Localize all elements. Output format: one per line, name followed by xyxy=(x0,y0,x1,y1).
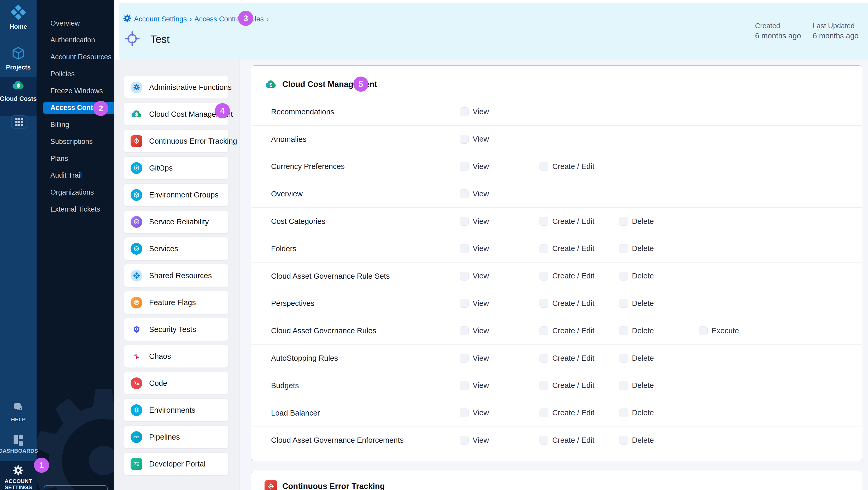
rail-item-home[interactable]: Home xyxy=(0,5,36,30)
resource-card-shared-resources[interactable]: Shared Resources xyxy=(124,264,228,287)
delete-checkbox[interactable] xyxy=(619,217,628,226)
sidebar-item-freeze-windows[interactable]: Freeze Windows xyxy=(36,85,114,97)
view-checkbox[interactable] xyxy=(460,381,469,390)
view-checkbox[interactable] xyxy=(460,408,469,418)
resource-card-code[interactable]: Code xyxy=(124,372,228,395)
create-checkbox[interactable] xyxy=(539,162,548,171)
view-permission-cell[interactable]: View xyxy=(460,217,489,226)
sidebar-bottom-button[interactable] xyxy=(44,485,107,490)
resource-card-pipelines[interactable]: Pipelines xyxy=(124,426,228,449)
delete-permission-cell[interactable]: Delete xyxy=(619,408,654,418)
delete-permission-cell[interactable]: Delete xyxy=(619,354,654,363)
sidebar-item-authentication[interactable]: Authentication xyxy=(36,34,114,46)
sidebar-item-policies[interactable]: Policies xyxy=(36,68,114,80)
view-permission-cell[interactable]: View xyxy=(460,381,489,390)
resource-card-feature-flags[interactable]: Feature Flags xyxy=(124,291,228,314)
view-permission-cell[interactable]: View xyxy=(460,189,489,198)
delete-checkbox[interactable] xyxy=(619,299,628,308)
create-permission-cell[interactable]: Create / Edit xyxy=(539,354,594,363)
view-checkbox[interactable] xyxy=(460,217,469,226)
sidebar-item-subscriptions[interactable]: Subscriptions xyxy=(36,136,114,147)
create-permission-cell[interactable]: Create / Edit xyxy=(539,244,594,253)
delete-permission-cell[interactable]: Delete xyxy=(619,217,654,226)
resource-card-services[interactable]: Services xyxy=(124,237,228,260)
module-picker-button[interactable] xyxy=(11,116,27,128)
delete-permission-cell[interactable]: Delete xyxy=(619,244,654,253)
view-permission-cell[interactable]: View xyxy=(460,108,489,116)
view-checkbox[interactable] xyxy=(460,436,469,445)
view-checkbox[interactable] xyxy=(460,272,469,280)
execute-checkbox[interactable] xyxy=(699,326,708,335)
create-permission-cell[interactable]: Create / Edit xyxy=(539,217,594,226)
breadcrumb-access-control-roles[interactable]: Access Control: Roles xyxy=(194,15,264,23)
resource-card-security-tests[interactable]: Security Tests xyxy=(124,318,228,341)
rail-item-dashboards[interactable]: DASHBOARDS xyxy=(0,435,36,454)
create-checkbox[interactable] xyxy=(539,272,548,280)
delete-checkbox[interactable] xyxy=(619,408,628,418)
sidebar-item-external-tickets[interactable]: External Tickets xyxy=(36,204,114,215)
view-checkbox[interactable] xyxy=(460,244,469,253)
view-checkbox[interactable] xyxy=(460,354,469,363)
create-permission-cell[interactable]: Create / Edit xyxy=(539,381,594,390)
rail-item-help[interactable]: ? HELP xyxy=(0,402,36,423)
create-checkbox[interactable] xyxy=(539,217,548,226)
resource-card-environment-groups[interactable]: Environment Groups xyxy=(124,183,228,206)
create-permission-cell[interactable]: Create / Edit xyxy=(539,272,594,280)
resource-card-gitops[interactable]: GitOps xyxy=(124,156,228,179)
resource-card-chaos[interactable]: Chaos xyxy=(124,345,228,368)
view-permission-cell[interactable]: View xyxy=(460,135,489,144)
execute-permission-cell[interactable]: Execute xyxy=(699,326,739,335)
view-permission-cell[interactable]: View xyxy=(460,436,489,445)
delete-checkbox[interactable] xyxy=(619,326,628,335)
view-checkbox[interactable] xyxy=(460,326,469,335)
delete-permission-cell[interactable]: Delete xyxy=(619,272,654,280)
sidebar-item-audit-trail[interactable]: Audit Trail xyxy=(36,170,114,181)
view-checkbox[interactable] xyxy=(460,162,469,171)
create-checkbox[interactable] xyxy=(539,326,548,335)
create-permission-cell[interactable]: Create / Edit xyxy=(539,299,594,308)
rail-item-projects[interactable]: Projects xyxy=(0,46,36,71)
create-permission-cell[interactable]: Create / Edit xyxy=(539,408,594,418)
view-checkbox[interactable] xyxy=(460,189,469,198)
delete-checkbox[interactable] xyxy=(619,381,628,390)
create-checkbox[interactable] xyxy=(539,436,548,445)
create-checkbox[interactable] xyxy=(539,299,548,308)
create-permission-cell[interactable]: Create / Edit xyxy=(539,436,594,445)
view-permission-cell[interactable]: View xyxy=(460,354,489,363)
delete-checkbox[interactable] xyxy=(619,272,628,280)
sidebar-item-plans[interactable]: Plans xyxy=(36,153,114,164)
create-checkbox[interactable] xyxy=(539,244,548,253)
delete-permission-cell[interactable]: Delete xyxy=(619,326,654,335)
delete-permission-cell[interactable]: Delete xyxy=(619,436,654,445)
sidebar-item-account-resources[interactable]: Account Resources xyxy=(36,52,114,63)
sidebar-item-billing[interactable]: Billing xyxy=(36,119,114,131)
create-permission-cell[interactable]: Create / Edit xyxy=(539,326,594,335)
delete-checkbox[interactable] xyxy=(619,354,628,363)
rail-item-account-settings[interactable]: ACCOUNT SETTINGS xyxy=(0,465,36,490)
sidebar-item-overview[interactable]: Overview xyxy=(36,18,114,29)
resource-card-continuous-error-tracking[interactable]: Continuous Error Tracking xyxy=(124,129,228,153)
delete-permission-cell[interactable]: Delete xyxy=(619,299,654,308)
view-permission-cell[interactable]: View xyxy=(460,162,489,171)
create-permission-cell[interactable]: Create / Edit xyxy=(539,162,594,171)
view-checkbox[interactable] xyxy=(460,299,469,308)
view-permission-cell[interactable]: View xyxy=(460,299,489,308)
rail-item-cloud-costs[interactable]: $Cloud Costs xyxy=(0,79,36,102)
create-checkbox[interactable] xyxy=(539,354,548,363)
delete-permission-cell[interactable]: Delete xyxy=(619,381,654,390)
create-checkbox[interactable] xyxy=(539,381,548,390)
resource-card-service-reliability[interactable]: Service Reliability xyxy=(124,210,228,233)
resource-card-developer-portal[interactable]: Developer Portal xyxy=(124,452,228,476)
view-permission-cell[interactable]: View xyxy=(460,244,489,253)
sidebar-item-organizations[interactable]: Organizations xyxy=(36,187,114,198)
resource-card-environments[interactable]: Environments xyxy=(124,399,228,422)
view-permission-cell[interactable]: View xyxy=(460,408,489,418)
view-permission-cell[interactable]: View xyxy=(460,272,489,280)
view-checkbox[interactable] xyxy=(460,135,469,144)
view-checkbox[interactable] xyxy=(460,108,469,116)
breadcrumb-account-settings[interactable]: Account Settings xyxy=(134,15,187,23)
delete-checkbox[interactable] xyxy=(619,244,628,253)
delete-checkbox[interactable] xyxy=(619,436,628,445)
resource-card-administrative-functions[interactable]: Administrative Functions xyxy=(124,76,228,99)
create-checkbox[interactable] xyxy=(539,408,548,418)
